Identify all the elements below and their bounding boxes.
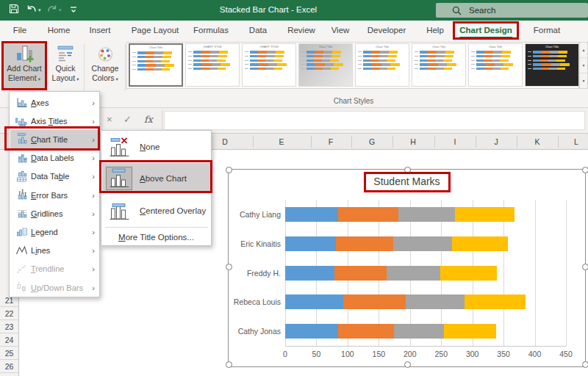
chart-style-thumbnail-7[interactable]: Chart Title	[468, 43, 523, 87]
gallery-scroll-down-button[interactable]: ▼	[580, 58, 587, 73]
enter-icon[interactable]: ✓	[123, 114, 132, 125]
selection-handle[interactable]	[404, 167, 411, 173]
tab-page-layout[interactable]: Page Layout	[132, 21, 179, 40]
menu-item-trendline[interactable]: Trendline›	[10, 260, 98, 278]
cancel-icon[interactable]: ×	[107, 114, 112, 125]
menu-item-chart-title[interactable]: Chart Title›	[10, 130, 98, 148]
category-label-cathy-jonas[interactable]: Cathy Jonas	[229, 327, 281, 336]
column-header-i[interactable]: I	[454, 134, 456, 150]
column-header-f[interactable]: F	[329, 134, 333, 150]
x-axis-tick-label[interactable]: 350	[497, 350, 510, 358]
menu-item-legend[interactable]: Legend›	[10, 223, 98, 241]
selection-handle[interactable]	[582, 167, 588, 173]
column-header-e[interactable]: E	[279, 134, 284, 150]
tab-file[interactable]: File	[13, 21, 27, 40]
bar-segment-cathy-jonas-s4[interactable]	[444, 324, 495, 339]
chart-object[interactable]: Student Marks 05010015020025030035040045…	[228, 169, 586, 367]
bar-segment-freddy-h-s3[interactable]	[387, 266, 440, 281]
menu-item-gridlines[interactable]: Gridlines›	[10, 204, 98, 223]
tab-help[interactable]: Help	[426, 21, 444, 40]
bar-segment-cathy-jonas-s2[interactable]	[338, 324, 394, 339]
chart-style-thumbnail-3[interactable]: CHART TITLE	[242, 43, 296, 87]
chart-style-thumbnail-8[interactable]: Chart Title	[525, 43, 579, 87]
submenu-item-centered-overlay[interactable]: Centered Overlay	[102, 195, 210, 225]
tab-chart-design[interactable]: Chart Design	[459, 21, 512, 40]
x-axis-tick-label[interactable]: 450	[559, 350, 573, 358]
menu-item-error-bars[interactable]: Error Bars›	[10, 186, 98, 204]
bar-segment-freddy-h-s4[interactable]	[440, 266, 496, 281]
chart-style-thumbnail-4[interactable]: Chart Title	[298, 43, 353, 87]
submenu-item-above-chart[interactable]: Above Chart	[102, 163, 210, 193]
menu-item-axes[interactable]: Axes›	[10, 93, 98, 112]
redo-button[interactable]: ▾	[47, 4, 62, 16]
x-axis-tick-label[interactable]: 50	[312, 350, 321, 358]
column-header-g[interactable]: G	[369, 134, 375, 150]
row-header-23[interactable]: 23	[0, 320, 18, 333]
tab-data[interactable]: Data	[249, 21, 267, 40]
selection-handle[interactable]	[226, 264, 232, 270]
bar-segment-freddy-h-s1[interactable]	[285, 266, 334, 281]
x-axis-tick-label[interactable]: 250	[434, 350, 448, 358]
gallery-scroll-up-button[interactable]: ▲	[580, 43, 587, 58]
bar-segment-cathy-jonas-s1[interactable]	[285, 324, 338, 339]
bar-segment-freddy-h-s2[interactable]	[334, 266, 387, 281]
column-header-d[interactable]: D	[222, 134, 228, 150]
menu-item-lines[interactable]: Lines›	[10, 242, 98, 260]
row-header-22[interactable]: 22	[0, 307, 18, 320]
search-input[interactable]: Search	[436, 3, 588, 18]
column-header-h[interactable]: H	[410, 134, 416, 150]
customize-quick-access-button[interactable]	[69, 4, 78, 16]
column-header-k[interactable]: K	[534, 134, 539, 150]
selection-handle[interactable]	[226, 167, 232, 173]
category-label-rebeca-louis[interactable]: Rebeca Louis	[229, 297, 281, 306]
bar-segment-rebeca-louis-s3[interactable]	[406, 294, 465, 309]
selection-handle[interactable]	[582, 264, 588, 270]
menu-item-up-down-bars[interactable]: Up/Down Bars›	[10, 278, 98, 297]
chart-title[interactable]: Student Marks	[229, 176, 585, 187]
row-header-27[interactable]: 27	[0, 373, 18, 376]
tab-insert[interactable]: Insert	[90, 21, 111, 40]
bar-segment-cathy-liang-s2[interactable]	[338, 207, 398, 222]
tab-format[interactable]: Format	[534, 21, 560, 40]
x-axis-tick-label[interactable]: 0	[283, 350, 287, 358]
x-axis-tick-label[interactable]: 100	[341, 350, 354, 358]
row-header-26[interactable]: 26	[0, 360, 18, 373]
chart-style-thumbnail-1[interactable]: Chart Title	[129, 43, 183, 87]
bar-segment-cathy-liang-s4[interactable]	[455, 207, 514, 222]
save-button[interactable]	[9, 4, 19, 16]
tab-home[interactable]: Home	[48, 21, 71, 40]
bar-segment-rebeca-louis-s4[interactable]	[465, 294, 526, 309]
more-title-options-item[interactable]: More Title Options...	[101, 231, 211, 244]
menu-item-data-table[interactable]: Data Table›	[10, 167, 98, 186]
selection-handle[interactable]	[582, 361, 588, 368]
bar-segment-eric-kinaitis-s2[interactable]	[336, 236, 393, 251]
menu-item-data-labels[interactable]: Data Labels›	[10, 149, 98, 167]
tab-formulas[interactable]: Formulas	[193, 21, 229, 40]
gallery-more-button[interactable]: ▼	[580, 73, 587, 88]
bar-segment-rebeca-louis-s1[interactable]	[285, 294, 343, 309]
x-axis-tick-label[interactable]: 300	[466, 350, 479, 358]
x-axis-tick-label[interactable]: 200	[404, 350, 417, 358]
tab-developer[interactable]: Developer	[368, 21, 406, 40]
tab-view[interactable]: View	[331, 21, 350, 40]
chart-style-thumbnail-5[interactable]: Chart Title	[355, 43, 409, 87]
formula-input[interactable]	[164, 111, 585, 130]
bar-segment-eric-kinaitis-s4[interactable]	[452, 236, 508, 251]
category-label-freddy-h[interactable]: Freddy H.	[229, 269, 281, 278]
bar-segment-rebeca-louis-s2[interactable]	[343, 294, 406, 309]
column-header-l[interactable]: L	[574, 134, 578, 150]
undo-button[interactable]: ▾	[26, 4, 41, 16]
bar-segment-cathy-liang-s1[interactable]	[285, 207, 338, 222]
bar-segment-cathy-liang-s3[interactable]	[398, 207, 454, 222]
row-header-24[interactable]: 24	[0, 333, 18, 347]
column-header-j[interactable]: J	[494, 134, 498, 150]
function-icon[interactable]: fx	[144, 114, 153, 125]
quick-layout-button[interactable]: Quick Layout▾	[49, 42, 82, 90]
selection-handle[interactable]	[226, 361, 232, 368]
bar-segment-eric-kinaitis-s1[interactable]	[285, 236, 336, 251]
x-axis-tick-label[interactable]: 400	[528, 350, 542, 358]
submenu-item-none[interactable]: None	[102, 133, 210, 161]
add-chart-element-button[interactable]: Add Chart Element▾	[2, 42, 46, 90]
chart-style-thumbnail-2[interactable]: CHART TITLE	[185, 43, 240, 87]
menu-item-axis-titles[interactable]: Axis Titles›	[10, 112, 98, 130]
